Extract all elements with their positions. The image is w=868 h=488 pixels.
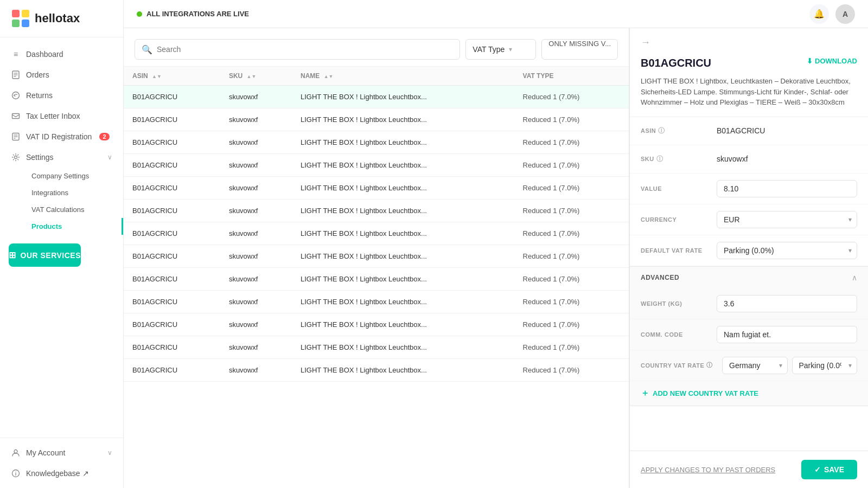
cell-vat-type: Reduced 1 (7.0%) bbox=[514, 336, 629, 359]
table-row[interactable]: B01AGCRICU skuvowxf LIGHT THE BOX ! Ligh… bbox=[124, 359, 629, 382]
country-select[interactable]: Germany France Austria Belgium Netherlan… bbox=[722, 357, 788, 374]
products-table: ASIN ▲▼ SKU ▲▼ NAME ▲▼ bbox=[124, 67, 629, 382]
cell-sku: skuvowxf bbox=[220, 177, 292, 200]
cell-vat-type: Reduced 1 (7.0%) bbox=[514, 200, 629, 222]
cell-name: LIGHT THE BOX ! Lightbox Leuchtbox... bbox=[292, 200, 514, 222]
value-label: VALUE bbox=[641, 185, 717, 192]
cell-sku: skuvowxf bbox=[220, 336, 292, 359]
col-sku[interactable]: SKU ▲▼ bbox=[220, 67, 292, 86]
col-name[interactable]: NAME ▲▼ bbox=[292, 67, 514, 86]
detail-back-button[interactable]: → bbox=[641, 35, 655, 48]
notification-bell[interactable]: 🔔 bbox=[809, 4, 829, 24]
table-row[interactable]: B01AGCRICU skuvowxf LIGHT THE BOX ! Ligh… bbox=[124, 313, 629, 336]
currency-select[interactable]: EUR USD GBP CHF bbox=[717, 211, 857, 228]
weight-input[interactable] bbox=[717, 295, 857, 312]
sidebar-item-vat-id-registration[interactable]: VAT ID Registration 2 bbox=[0, 126, 123, 147]
tax-letter-inbox-icon bbox=[11, 111, 21, 121]
cell-sku: skuvowxf bbox=[220, 313, 292, 336]
apply-past-orders-link[interactable]: APPLY CHANGES TO MY PAST ORDERS bbox=[641, 466, 775, 474]
cell-sku: skuvowxf bbox=[220, 108, 292, 131]
cell-sku: skuvowxf bbox=[220, 200, 292, 222]
cell-name: LIGHT THE BOX ! Lightbox Leuchtbox... bbox=[292, 291, 514, 313]
table-row[interactable]: B01AGCRICU skuvowxf LIGHT THE BOX ! Ligh… bbox=[124, 154, 629, 177]
sidebar-item-products[interactable]: Products bbox=[26, 218, 123, 235]
comm-code-input[interactable] bbox=[717, 326, 857, 343]
sidebar-item-returns[interactable]: Returns bbox=[0, 85, 123, 106]
sidebar-item-integrations[interactable]: Integrations bbox=[26, 184, 123, 201]
only-missing-button[interactable]: ONLY MISSING V... bbox=[541, 39, 618, 60]
default-vat-rate-select[interactable]: Parking (0.0%) Reduced 1 (7.0%) Standard… bbox=[717, 242, 857, 259]
detail-footer: APPLY CHANGES TO MY PAST ORDERS ✓ SAVE bbox=[630, 451, 868, 488]
svg-rect-2 bbox=[12, 20, 20, 27]
table-row[interactable]: B01AGCRICU skuvowxf LIGHT THE BOX ! Ligh… bbox=[124, 200, 629, 222]
settings-icon bbox=[11, 152, 21, 162]
svg-text:i: i bbox=[15, 471, 17, 477]
status-dot bbox=[137, 11, 142, 17]
download-button[interactable]: ⬇ DOWNLOAD bbox=[807, 57, 857, 65]
search-bar-area: 🔍 VAT Type ▾ ONLY MISSING V... bbox=[124, 28, 629, 67]
vat-type-dropdown[interactable]: VAT Type ▾ bbox=[465, 39, 536, 60]
returns-icon bbox=[11, 91, 21, 100]
main-content: ALL INTEGRATIONS ARE LIVE 🔔 A 🔍 VAT Type… bbox=[124, 0, 868, 488]
nav-section: ≡ Dashboard Orders Returns Tax Letter In… bbox=[0, 37, 123, 438]
sidebar-item-orders[interactable]: Orders bbox=[0, 65, 123, 85]
value-input[interactable] bbox=[717, 180, 857, 197]
checkmark-icon: ✓ bbox=[814, 465, 821, 474]
table-row[interactable]: B01AGCRICU skuvowxf LIGHT THE BOX ! Ligh… bbox=[124, 131, 629, 154]
sidebar-item-my-account[interactable]: My Account ∨ bbox=[0, 442, 123, 463]
chevron-down-icon: ▾ bbox=[509, 46, 512, 53]
cell-vat-type: Reduced 1 (7.0%) bbox=[514, 131, 629, 154]
table-row[interactable]: B01AGCRICU skuvowxf LIGHT THE BOX ! Ligh… bbox=[124, 291, 629, 313]
user-avatar[interactable]: A bbox=[835, 4, 855, 24]
default-vat-rate-field-row: DEFAULT VAT RATE Parking (0.0%) Reduced … bbox=[630, 235, 868, 266]
sku-label: SKU ⓘ bbox=[641, 155, 717, 164]
sku-sort[interactable]: ▲▼ bbox=[247, 74, 257, 79]
cell-vat-type: Reduced 1 (7.0%) bbox=[514, 222, 629, 245]
table-row[interactable]: B01AGCRICU skuvowxf LIGHT THE BOX ! Ligh… bbox=[124, 245, 629, 268]
logo[interactable]: hellotax bbox=[11, 9, 112, 28]
save-button[interactable]: ✓ SAVE bbox=[801, 460, 857, 479]
table-row[interactable]: B01AGCRICU skuvowxf LIGHT THE BOX ! Ligh… bbox=[124, 108, 629, 131]
comm-code-field-row: COMM. CODE bbox=[630, 319, 868, 350]
name-sort[interactable]: ▲▼ bbox=[324, 74, 334, 79]
cell-asin: B01AGCRICU bbox=[124, 177, 220, 200]
sidebar-item-company-settings[interactable]: Company Settings bbox=[26, 168, 123, 184]
sidebar-item-dashboard[interactable]: ≡ Dashboard bbox=[0, 44, 123, 65]
advanced-header[interactable]: ADVANCED ∧ bbox=[630, 267, 868, 288]
detail-panel: → B01AGCRICU ⬇ DOWNLOAD LIGHT THE BOX ! … bbox=[629, 28, 868, 488]
cell-vat-type: Reduced 1 (7.0%) bbox=[514, 245, 629, 268]
country-select-wrap: Germany France Austria Belgium Netherlan… bbox=[722, 357, 788, 374]
content-area: 🔍 VAT Type ▾ ONLY MISSING V... ASI bbox=[124, 28, 868, 488]
sidebar-item-vat-calculations[interactable]: VAT Calculations bbox=[26, 201, 123, 218]
col-asin[interactable]: ASIN ▲▼ bbox=[124, 67, 220, 86]
sidebar-item-tax-letter-inbox[interactable]: Tax Letter Inbox bbox=[0, 106, 123, 126]
add-country-vat-button[interactable]: ＋ ADD NEW COUNTRY VAT RATE bbox=[630, 381, 769, 406]
asin-sort[interactable]: ▲▼ bbox=[152, 74, 162, 79]
table-header: ASIN ▲▼ SKU ▲▼ NAME ▲▼ bbox=[124, 67, 629, 86]
table-row[interactable]: B01AGCRICU skuvowxf LIGHT THE BOX ! Ligh… bbox=[124, 222, 629, 245]
country-vat-select[interactable]: Parking (0.0%) Reduced 1 (7.0%) Standard… bbox=[792, 357, 858, 374]
detail-header: B01AGCRICU ⬇ DOWNLOAD bbox=[630, 48, 868, 72]
col-vat-type[interactable]: VAT TYPE bbox=[514, 67, 629, 86]
dashboard-icon: ≡ bbox=[11, 49, 21, 59]
plus-icon: ＋ bbox=[641, 388, 649, 399]
sidebar-item-settings[interactable]: Settings ∨ bbox=[0, 147, 123, 168]
svg-rect-1 bbox=[22, 10, 29, 17]
cell-asin: B01AGCRICU bbox=[124, 359, 220, 382]
search-input[interactable] bbox=[157, 45, 453, 54]
grid-icon: ⊞ bbox=[9, 250, 16, 260]
currency-field-row: CURRENCY EUR USD GBP CHF bbox=[630, 204, 868, 235]
our-services-button[interactable]: ⊞ OUR SERVICES bbox=[9, 243, 81, 267]
table-row[interactable]: B01AGCRICU skuvowxf LIGHT THE BOX ! Ligh… bbox=[124, 336, 629, 359]
detail-fields: ASIN ⓘ B01AGCRICU SKU ⓘ skuvowxf V bbox=[630, 117, 868, 266]
table-row[interactable]: B01AGCRICU skuvowxf LIGHT THE BOX ! Ligh… bbox=[124, 268, 629, 291]
cell-asin: B01AGCRICU bbox=[124, 222, 220, 245]
sidebar: hellotax ≡ Dashboard Orders Returns Tax … bbox=[0, 0, 124, 488]
sidebar-item-knowledgebase[interactable]: i Knowledgebase ↗ bbox=[0, 463, 123, 484]
vat-id-badge: 2 bbox=[99, 133, 109, 140]
detail-title-area: B01AGCRICU bbox=[641, 57, 711, 72]
currency-label: CURRENCY bbox=[641, 216, 717, 223]
table-row[interactable]: B01AGCRICU skuvowxf LIGHT THE BOX ! Ligh… bbox=[124, 177, 629, 200]
table-row[interactable]: B01AGCRICU skuvowxf LIGHT THE BOX ! Ligh… bbox=[124, 86, 629, 108]
cell-vat-type: Reduced 1 (7.0%) bbox=[514, 291, 629, 313]
